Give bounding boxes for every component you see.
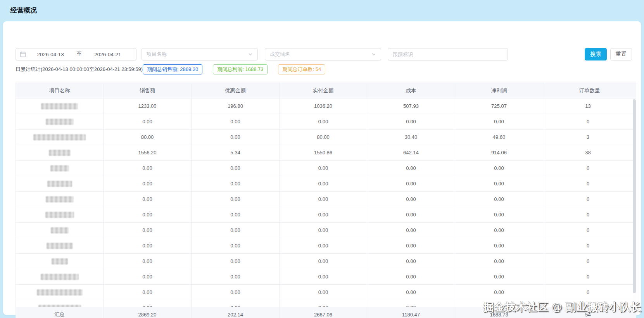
value-cell: 80.00 [280,130,367,145]
value-cell: 0 [543,161,633,176]
col-header-discount: 优惠金额 [192,83,280,98]
stat-badge: 期间总销售额: 2869.20 [143,64,202,74]
value-cell: 1556.20 [104,145,192,160]
value-cell: 0.00 [104,238,192,253]
censored-project-name [46,119,74,125]
project-name-cell [16,130,104,145]
project-name-cell [16,114,104,129]
censored-project-name [51,227,69,233]
value-cell: 0.00 [280,192,367,207]
calendar-icon [20,51,26,57]
table-row: 0.000.000.000.000.000 [16,192,636,207]
table-rows: 1233.00196.801036.20507.93725.07130.000.… [16,99,636,307]
project-name-cell [16,145,104,160]
table-row: 0.000.000.000.000.000 [16,207,636,223]
table-header: 项目名称 销售额 优惠金额 实付金额 成本 净利润 订单数量 [16,83,636,99]
project-name-cell [16,254,104,269]
stat-badges: 期间总销售额: 2869.20期间总利润: 1688.73期间总订单数: 54 [143,64,325,74]
value-cell: 0.00 [104,300,192,307]
table-row: 0.000.000.000.000.000 [16,254,636,269]
deal-domain-placeholder: 成交域名 [270,51,290,58]
col-header-profit: 净利润 [455,83,543,98]
value-cell: 0.00 [280,254,367,269]
date-end[interactable]: 2026-04-21 [83,52,132,57]
table-row: 0.000.000.000.000.000 [16,161,636,176]
censored-project-name [33,134,86,140]
deal-domain-select[interactable]: 成交域名 [265,48,381,60]
table-row: 0.000.000.000.000.000 [16,285,636,300]
project-name-cell [16,300,104,307]
value-cell: 0.00 [192,192,280,207]
value-cell: 3 [543,130,633,145]
value-cell: 0.00 [280,176,367,191]
value-cell: 642.14 [367,145,455,160]
value-cell: 0.00 [455,207,543,222]
value-cell: 0 [543,114,633,129]
tracking-id-input[interactable] [388,48,508,60]
project-name-cell [16,207,104,222]
value-cell: 0 [543,176,633,191]
table-row: 0.000.000.000.000.000 [16,114,636,130]
value-cell: 0.00 [280,161,367,176]
value-cell: 0.00 [367,269,455,284]
value-cell: 0 [543,269,633,284]
col-header-orders: 订单数量 [543,83,636,98]
value-cell: 0.00 [367,300,455,307]
censored-project-name [49,150,71,156]
value-cell: 0.00 [104,207,192,222]
value-cell: 0 [543,238,633,253]
value-cell: 0.00 [104,223,192,238]
project-name-cell [16,223,104,238]
censored-project-name [46,196,74,202]
table-row: 80.000.0080.0030.4049.603 [16,130,636,145]
scrollbar-thumb[interactable] [633,99,636,293]
value-cell: 0.00 [192,207,280,222]
value-cell: 5.34 [192,145,280,160]
value-cell: 0.00 [280,238,367,253]
value-cell: 1550.86 [280,145,367,160]
value-cell: 0.00 [192,130,280,145]
period-stats-label: 日累计统计(2026-04-13 00:00:00至2026-04-21 23:… [16,64,143,74]
project-name-select[interactable]: 项目名称 [142,48,258,60]
value-cell: 0.00 [192,285,280,300]
value-cell: 0.00 [367,114,455,129]
value-cell: 0 [543,207,633,222]
table-row: 1233.00196.801036.20507.93725.0713 [16,99,636,114]
value-cell: 0.00 [104,269,192,284]
value-cell: 0.00 [192,269,280,284]
value-cell: 0.00 [455,176,543,191]
table-row: 0.000.000.000.000.000 [16,223,636,238]
project-name-cell [16,285,104,300]
value-cell: 0.00 [280,114,367,129]
censored-project-name [52,258,68,264]
search-button[interactable]: 搜索 [585,48,607,60]
col-header-cost: 成本 [367,83,455,98]
value-cell: 0.00 [455,285,543,300]
value-cell: 0.00 [367,285,455,300]
value-cell: 1233.00 [104,99,192,114]
project-name-cell [16,192,104,207]
date-range-picker[interactable]: 2026-04-13 至 2026-04-21 [16,48,136,60]
summary-label: 汇总 [16,307,104,318]
page-title: 经营概况 [10,6,37,15]
censored-project-name [37,289,83,296]
value-cell: 0 [543,192,633,207]
col-header-project: 项目名称 [16,83,104,98]
value-cell: 914.06 [455,145,543,160]
value-cell: 0.00 [367,161,455,176]
overview-table: 项目名称 销售额 优惠金额 实付金额 成本 净利润 订单数量 1233.0019… [16,83,636,318]
value-cell: 0.00 [367,238,455,253]
stat-badge: 期间总利润: 1688.73 [213,64,268,74]
project-name-cell [16,99,104,114]
reset-button[interactable]: 重置 [610,48,632,60]
censored-project-name [38,305,81,308]
date-start[interactable]: 2026-04-13 [26,52,75,57]
table-row: 0.000.000.000.000.000 [16,269,636,285]
value-cell: 0.00 [104,285,192,300]
value-cell: 0.00 [192,300,280,307]
value-cell: 0.00 [367,254,455,269]
business-overview-page: 经营概况 2026-04-13 至 2026-04-21 项目名称 成交域名 搜… [0,0,644,318]
censored-project-name [41,103,78,109]
value-cell: 0 [543,223,633,238]
value-cell: 0.00 [104,176,192,191]
